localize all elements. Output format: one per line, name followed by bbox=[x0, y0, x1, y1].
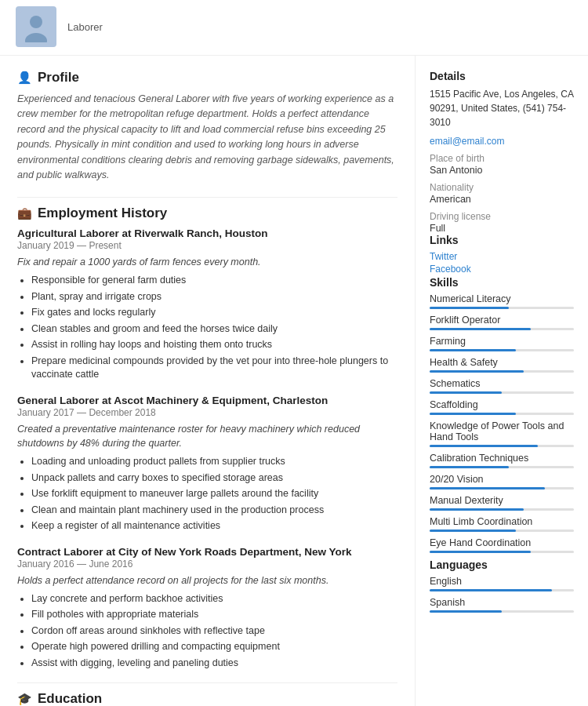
skill-item: Farming bbox=[430, 336, 574, 351]
skill-item: Numerical Literacy bbox=[430, 293, 574, 309]
skill-bar-fill bbox=[430, 328, 531, 330]
job-1-title: Agricultural Laborer at Riverwalk Ranch,… bbox=[17, 227, 397, 239]
skill-item: Knowledge of Power Tools and Hand Tools bbox=[430, 420, 574, 447]
list-item: Use forklift equipment to maneuver large… bbox=[31, 487, 397, 501]
skill-bar-bg bbox=[430, 508, 574, 511]
skill-name: Multi Limb Coordination bbox=[430, 516, 574, 527]
education-icon: 🎓 bbox=[17, 692, 32, 706]
list-item: Assist in rolling hay loops and hoisting… bbox=[31, 338, 397, 352]
skill-bar-bg bbox=[430, 349, 574, 351]
skill-name: Forklift Operator bbox=[430, 315, 574, 326]
skill-bar-fill bbox=[430, 349, 516, 351]
skill-name: Calibration Techniques bbox=[430, 453, 574, 464]
facebook-link[interactable]: Facebook bbox=[430, 264, 574, 275]
details-email-link[interactable]: email@email.com bbox=[430, 136, 574, 147]
list-item: Prepare medicinal compounds provided by … bbox=[31, 355, 397, 382]
skill-bar-bg bbox=[430, 413, 574, 415]
skill-bar-bg bbox=[430, 445, 574, 447]
profile-text: Experienced and tenacious General Labore… bbox=[17, 92, 397, 183]
nationality-value: American bbox=[430, 194, 574, 205]
language-bar-fill bbox=[430, 589, 552, 591]
profile-icon: 👤 bbox=[17, 71, 32, 85]
skill-item: Health & Safety bbox=[430, 357, 574, 373]
list-item: Lay concrete and perform backhoe activit… bbox=[31, 592, 397, 606]
skill-bar-fill bbox=[430, 487, 545, 489]
skills-section: Skills Numerical Literacy Forklift Opera… bbox=[430, 276, 574, 553]
details-heading: Details bbox=[430, 70, 574, 82]
language-bar-fill bbox=[430, 610, 502, 613]
skill-bar-bg bbox=[430, 487, 574, 489]
skill-bar-fill bbox=[430, 391, 502, 394]
driving-license-label: Driving license bbox=[430, 211, 574, 222]
left-column: 👤 Profile Experienced and tenacious Gene… bbox=[0, 56, 416, 706]
skill-bar-fill bbox=[430, 551, 531, 553]
list-item: Loading and unloading product pallets fr… bbox=[31, 455, 397, 469]
skill-bar-bg bbox=[430, 391, 574, 394]
skill-name: Manual Dexterity bbox=[430, 495, 574, 506]
skill-name: 20/20 Vision bbox=[430, 474, 574, 485]
list-item: Clean and maintain plant machinery used … bbox=[31, 504, 397, 518]
language-name: Spanish bbox=[430, 597, 574, 608]
profile-heading: 👤 Profile bbox=[17, 70, 397, 86]
svg-point-1 bbox=[30, 16, 42, 28]
job-2-dates: January 2017 — December 2018 bbox=[17, 407, 397, 418]
list-item: Unpack pallets and carry boxes to specif… bbox=[31, 471, 397, 486]
place-of-birth-value: San Antonio bbox=[430, 165, 574, 176]
profile-section: 👤 Profile Experienced and tenacious Gene… bbox=[17, 70, 397, 183]
employment-section: 💼 Employment History Agricultural Labore… bbox=[17, 206, 397, 670]
job-2-desc: Created a preventative maintenance roste… bbox=[17, 422, 397, 450]
skill-bar-fill bbox=[430, 445, 538, 447]
skill-bar-fill bbox=[430, 413, 516, 415]
languages-section: Languages English Spanish bbox=[430, 559, 574, 613]
skill-name: Scaffolding bbox=[430, 399, 574, 410]
list-item: Fix gates and locks regularly bbox=[31, 306, 397, 320]
skill-name: Schematics bbox=[430, 378, 574, 389]
avatar bbox=[16, 6, 56, 47]
header: Laborer bbox=[0, 0, 588, 56]
job-2-title: General Laborer at Ascot Machinery & Equ… bbox=[17, 395, 397, 406]
skill-item: 20/20 Vision bbox=[430, 474, 574, 489]
divider-1 bbox=[17, 197, 397, 198]
skill-name: Numerical Literacy bbox=[430, 293, 574, 304]
skills-heading: Skills bbox=[430, 276, 574, 289]
list-item: Assist with digging, leveling and paneli… bbox=[31, 657, 397, 671]
skill-name: Eye Hand Coordination bbox=[430, 537, 574, 548]
skill-bar-fill bbox=[430, 307, 509, 309]
skill-bar-fill bbox=[430, 530, 516, 532]
job-2-bullets: Loading and unloading product pallets fr… bbox=[17, 455, 397, 533]
employment-heading: 💼 Employment History bbox=[17, 206, 397, 221]
job-1: Agricultural Laborer at Riverwalk Ranch,… bbox=[17, 227, 397, 382]
divider-2 bbox=[17, 682, 397, 683]
links-section: Links Twitter Facebook bbox=[430, 234, 574, 275]
skill-bar-bg bbox=[430, 307, 574, 309]
skills-list: Numerical Literacy Forklift Operator Far… bbox=[430, 293, 574, 553]
skill-name: Knowledge of Power Tools and Hand Tools bbox=[430, 420, 574, 442]
education-section: 🎓 Education Public Certificate in Basic … bbox=[17, 691, 397, 706]
job-3-desc: Holds a perfect attendance record on all… bbox=[17, 573, 397, 588]
skill-item: Forklift Operator bbox=[430, 315, 574, 330]
skill-item: Manual Dexterity bbox=[430, 495, 574, 511]
job-1-desc: Fix and repair a 1000 yards of farm fenc… bbox=[17, 255, 397, 269]
job-title: Laborer bbox=[67, 21, 103, 33]
skill-bar-bg bbox=[430, 551, 574, 553]
language-item: Spanish bbox=[430, 597, 574, 613]
language-bar-bg bbox=[430, 589, 574, 591]
job-1-dates: January 2019 — Present bbox=[17, 240, 397, 251]
right-column: Details 1515 Pacific Ave, Los Angeles, C… bbox=[416, 56, 588, 706]
skill-item: Schematics bbox=[430, 378, 574, 394]
details-section: Details 1515 Pacific Ave, Los Angeles, C… bbox=[430, 70, 574, 234]
details-address: 1515 Pacific Ave, Los Angeles, CA 90291,… bbox=[430, 87, 574, 129]
job-1-bullets: Responsible for general farm duties Plan… bbox=[17, 274, 397, 382]
list-item: Operate high powered drilling and compac… bbox=[31, 640, 397, 654]
skill-item: Scaffolding bbox=[430, 399, 574, 415]
language-bar-bg bbox=[430, 610, 574, 613]
skill-item: Eye Hand Coordination bbox=[430, 537, 574, 553]
skill-bar-fill bbox=[430, 370, 524, 373]
list-item: Clean stables and groom and feed the hor… bbox=[31, 322, 397, 337]
skill-bar-bg bbox=[430, 466, 574, 468]
skill-name: Health & Safety bbox=[430, 357, 574, 368]
twitter-link[interactable]: Twitter bbox=[430, 251, 574, 262]
languages-heading: Languages bbox=[430, 559, 574, 571]
job-3-title: Contract Laborer at City of New York Roa… bbox=[17, 546, 397, 558]
employment-icon: 💼 bbox=[17, 206, 32, 220]
